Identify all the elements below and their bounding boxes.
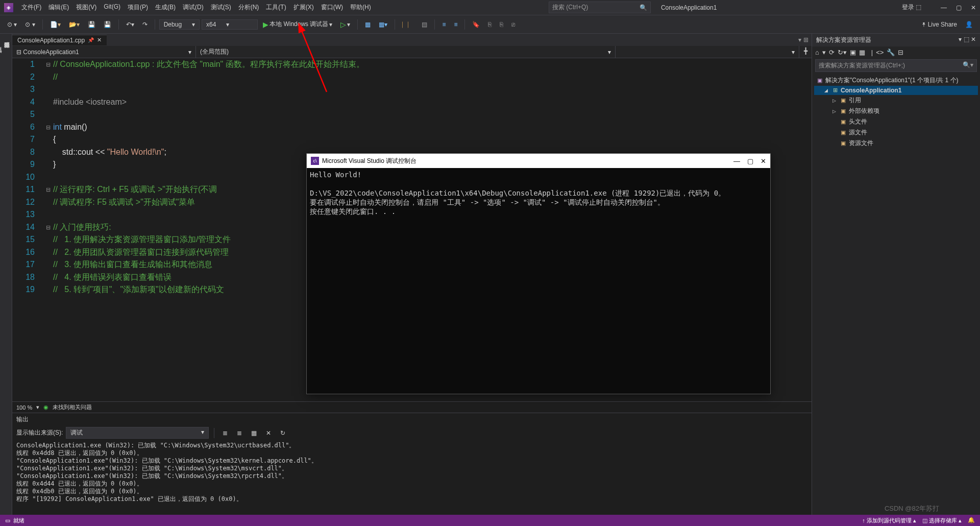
sln-btn-6[interactable]: 🔧 xyxy=(887,49,895,56)
solution-search-input[interactable]: 搜索解决方案资源管理器(Ctrl+;) 🔍▾ xyxy=(815,59,977,72)
menu-item[interactable]: Git(G) xyxy=(101,1,124,14)
redo-button[interactable]: ↷ xyxy=(139,19,151,30)
tree-node[interactable]: ▣源文件 xyxy=(814,127,978,138)
search-icon: 🔍 xyxy=(640,4,647,11)
menu-item[interactable]: 帮助(H) xyxy=(347,1,374,14)
document-tabs: ConsoleApplication1.cpp 📌 ✕ ▾ ⊞ xyxy=(12,34,812,46)
start-no-debug-button[interactable]: ▷▾ xyxy=(337,18,353,31)
scope-dropdown[interactable]: ⊟ ConsoleApplication1▾ xyxy=(12,46,196,58)
sign-in-button[interactable]: 登录 ⬚ xyxy=(902,3,921,12)
indent-more-button[interactable]: ≡ xyxy=(451,19,460,30)
toolbox-tab[interactable]: 工具箱 xyxy=(0,43,3,511)
server-explorer-tab[interactable]: 服务器资源管理器 xyxy=(3,38,11,511)
account-icon[interactable]: 👤 xyxy=(962,19,976,30)
split-editor-icon[interactable]: ╋ xyxy=(799,46,812,58)
menu-item[interactable]: 项目(P) xyxy=(125,1,151,14)
menu-item[interactable]: 分析(N) xyxy=(235,1,262,14)
nav-fwd-button[interactable]: ⊙ ▾ xyxy=(22,19,38,30)
tb-icon-4[interactable]: ▤ xyxy=(419,19,430,30)
platform-dropdown[interactable]: x64▾ xyxy=(202,19,258,30)
menu-item[interactable]: 工具(T) xyxy=(263,1,289,14)
home-icon[interactable]: ⌂ xyxy=(815,49,819,56)
open-button[interactable]: 📂▾ xyxy=(66,19,83,30)
output-text[interactable]: ConsoleApplication1.exe (Win32): 已加载 "C:… xyxy=(12,440,812,515)
tb-icon-3[interactable]: ⎸⎸ xyxy=(399,19,416,30)
sln-btn-2[interactable]: ↻▾ xyxy=(838,49,847,56)
config-dropdown[interactable]: Debug▾ xyxy=(159,19,200,30)
nav-back-button[interactable]: ⊙ ▾ xyxy=(4,19,20,30)
solution-root[interactable]: ▣解决方案"ConsoleApplication1"(1 个项目/共 1 个) xyxy=(814,75,978,86)
output-source-dropdown[interactable]: 调试▾ xyxy=(66,427,209,439)
live-share-button[interactable]: 🖈 Live Share xyxy=(918,19,960,30)
main-toolbar: ⊙ ▾ ⊙ ▾ 📄▾ 📂▾ 💾 💾 ↶▾ ↷ Debug▾ x64▾ ▶ 本地 … xyxy=(0,15,980,34)
console-output[interactable]: Hello World! D:\VS_2022\code\ConsoleAppl… xyxy=(307,168,770,218)
menu-item[interactable]: 测试(S) xyxy=(208,1,234,14)
output-btn-1[interactable]: ≣ xyxy=(219,427,231,439)
tb-icon-5[interactable]: ⎘ xyxy=(485,19,495,30)
tb-icon-6[interactable]: ⎘ xyxy=(497,19,506,30)
indent-less-button[interactable]: ≡ xyxy=(439,19,449,30)
close-button[interactable]: ✕ xyxy=(971,4,976,11)
console-titlebar[interactable]: c\ Microsoft Visual Studio 调试控制台 — ▢ ✕ xyxy=(307,154,770,168)
tree-node[interactable]: ▣头文件 xyxy=(814,116,978,127)
menu-item[interactable]: 文件(F) xyxy=(18,1,44,14)
solution-explorer: 解决方案资源管理器 ▾ ⬚ ✕ ⌂▾ ⟳ ↻▾ ▣ ▦ | <> 🔧 ⊟ 搜索解… xyxy=(812,34,980,515)
check-icon: ◉ xyxy=(43,404,48,411)
search-placeholder: 搜索 (Ctrl+Q) xyxy=(552,3,588,12)
bookmark-button[interactable]: 🔖 xyxy=(469,19,483,30)
solution-title: 解决方案资源管理器 ▾ ⬚ ✕ xyxy=(812,34,980,46)
titlebar: ◈ 文件(F)编辑(E)视图(V)Git(G)项目(P)生成(B)调试(D)测试… xyxy=(0,0,980,15)
minimize-button[interactable]: — xyxy=(941,4,947,11)
select-repo-button[interactable]: ◫ 选择存储库 ▴ xyxy=(922,517,962,524)
tab-active[interactable]: ConsoleApplication1.cpp 📌 ✕ xyxy=(12,35,107,45)
menu-item[interactable]: 调试(D) xyxy=(180,1,207,14)
sln-btn-5[interactable]: <> xyxy=(876,49,884,56)
console-close-button[interactable]: ✕ xyxy=(761,157,766,165)
menu-item[interactable]: 生成(B) xyxy=(152,1,179,14)
undo-button[interactable]: ↶▾ xyxy=(123,19,137,30)
project-node[interactable]: ◢⊞ConsoleApplication1 xyxy=(814,86,978,95)
tree-node[interactable]: ▷▣外部依赖项 xyxy=(814,106,978,116)
statusbar: ▭ 就绪 ↑ 添加到源代码管理 ▴ ◫ 选择存储库 ▴ 🔔 xyxy=(0,515,980,526)
sln-btn-3[interactable]: ▣ xyxy=(850,49,856,56)
output-btn-3[interactable]: ▦ xyxy=(248,427,260,439)
sln-btn-4[interactable]: ▦ xyxy=(859,49,865,56)
tab-split-icon[interactable]: ⊞ xyxy=(803,36,808,43)
output-btn-2[interactable]: ≣ xyxy=(234,427,245,439)
left-sidebar[interactable]: 服务器资源管理器 工具箱 xyxy=(0,34,12,515)
zoom-label[interactable]: 100 % xyxy=(16,404,32,411)
member-dropdown[interactable]: ▾ xyxy=(616,46,799,58)
console-min-button[interactable]: — xyxy=(733,157,740,165)
output-clear-button[interactable]: ✕ xyxy=(263,427,274,439)
menu-item[interactable]: 编辑(E) xyxy=(45,1,72,14)
tb-icon-1[interactable]: ▦ xyxy=(362,19,374,30)
app-title: ConsoleApplication1 xyxy=(651,4,727,11)
close-tab-icon[interactable]: ✕ xyxy=(97,37,102,43)
console-max-button[interactable]: ▢ xyxy=(747,157,753,165)
new-item-button[interactable]: 📄▾ xyxy=(47,19,64,30)
tb-icon-2[interactable]: ▦▾ xyxy=(376,19,390,30)
window-buttons: 登录 ⬚ — ▢ ✕ xyxy=(902,3,976,12)
tb-icon-7[interactable]: ⎚ xyxy=(508,19,518,30)
menu-item[interactable]: 视图(V) xyxy=(73,1,100,14)
tab-label: ConsoleApplication1.cpp xyxy=(17,37,85,44)
console-icon: c\ xyxy=(311,157,319,165)
start-debug-button[interactable]: ▶ 本地 Windows 调试器 ▾ xyxy=(260,18,335,31)
output-btn-4[interactable]: ↻ xyxy=(277,427,288,439)
sln-btn-1[interactable]: ⟳ xyxy=(829,49,835,56)
notifications-icon[interactable]: 🔔 xyxy=(968,517,975,524)
global-search-input[interactable]: 搜索 (Ctrl+Q) 🔍 xyxy=(549,2,651,13)
save-button[interactable]: 💾 xyxy=(85,19,99,30)
add-source-control-button[interactable]: ↑ 添加到源代码管理 ▴ xyxy=(862,517,916,524)
sln-btn-7[interactable]: ⊟ xyxy=(898,49,903,56)
save-all-button[interactable]: 💾 xyxy=(101,19,114,30)
maximize-button[interactable]: ▢ xyxy=(956,4,962,11)
nav-bar: ⊟ ConsoleApplication1▾ (全局范围)▾ ▾ ╋ xyxy=(12,46,812,58)
tab-dropdown-icon[interactable]: ▾ xyxy=(798,36,801,43)
func-dropdown[interactable]: (全局范围)▾ xyxy=(196,46,616,58)
tree-node[interactable]: ▷▣引用 xyxy=(814,95,978,106)
menu-item[interactable]: 扩展(X) xyxy=(290,1,317,14)
menu-item[interactable]: 窗口(W) xyxy=(318,1,346,14)
pin-icon[interactable]: 📌 xyxy=(88,37,94,43)
tree-node[interactable]: ▣资源文件 xyxy=(814,138,978,149)
